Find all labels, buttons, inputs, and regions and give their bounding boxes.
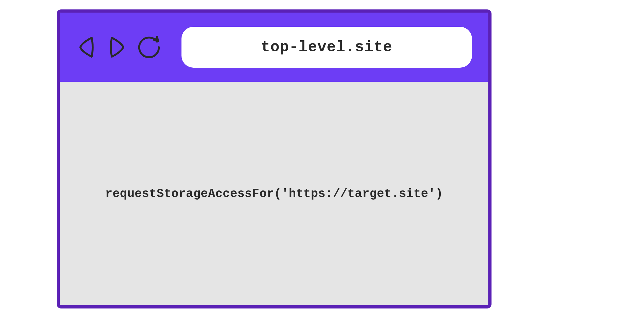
forward-icon[interactable] xyxy=(106,34,127,60)
reload-icon[interactable] xyxy=(137,35,161,59)
page-viewport: requestStorageAccessFor('https://target.… xyxy=(60,82,488,305)
back-icon[interactable] xyxy=(76,34,97,60)
address-bar-text: top-level.site xyxy=(261,39,392,56)
browser-toolbar: top-level.site xyxy=(60,13,488,82)
browser-window: top-level.site requestStorageAccessFor('… xyxy=(57,9,492,308)
canvas: top-level.site requestStorageAccessFor('… xyxy=(0,0,644,328)
nav-icon-group xyxy=(76,34,161,60)
code-snippet: requestStorageAccessFor('https://target.… xyxy=(105,187,443,201)
address-bar[interactable]: top-level.site xyxy=(181,27,472,68)
